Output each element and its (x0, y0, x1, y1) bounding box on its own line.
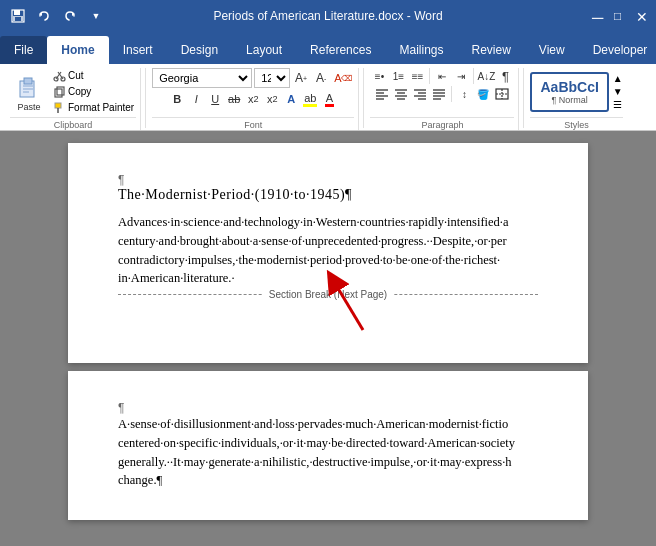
cut-button[interactable]: Cut (51, 68, 136, 83)
font-name-select[interactable]: Georgia (152, 68, 252, 88)
shading-button[interactable]: 🪣 (474, 86, 492, 102)
close-button[interactable]: ✕ (636, 10, 648, 22)
styles-scroll-down[interactable]: ▼ (613, 86, 623, 97)
redo-icon[interactable] (60, 6, 80, 26)
paste-button[interactable]: Paste (10, 70, 48, 114)
font-size-select[interactable]: 12 (254, 68, 290, 88)
tab-bar: File Home Insert Design Layout Reference… (0, 32, 656, 64)
page-1: ¶ The·Modernist·Period·(1910·to·1945)¶ A… (68, 143, 588, 363)
paragraph-label: Paragraph (370, 117, 514, 130)
show-formatting-button[interactable]: ¶ (496, 68, 514, 84)
tab-file[interactable]: File (0, 36, 47, 64)
svg-rect-8 (23, 85, 33, 87)
subscript-button[interactable]: x2 (244, 90, 262, 108)
font-content: Georgia 12 A+ A- A⌫ B I U ab x2 x2 A (152, 68, 354, 115)
font-row2: B I U ab x2 x2 A ab A (168, 90, 338, 108)
divider-2 (363, 68, 364, 128)
maximize-button[interactable]: □ (614, 10, 626, 22)
align-right-icon (413, 88, 427, 100)
font-shrink-button[interactable]: A- (312, 69, 330, 87)
tab-mailings[interactable]: Mailings (385, 36, 457, 64)
svg-rect-16 (57, 87, 64, 95)
section-break: Section Break (Next Page) (118, 294, 538, 309)
align-center-icon (394, 88, 408, 100)
save-icon[interactable] (8, 6, 28, 26)
tab-insert[interactable]: Insert (109, 36, 167, 64)
format-painter-button[interactable]: Format Painter (51, 100, 136, 115)
paragraph-group: ≡• 1≡ ≡≡ ⇤ ⇥ A↓Z ¶ (366, 68, 519, 130)
normal-style-button[interactable]: AaBbCcI ¶ Normal (536, 77, 602, 107)
page2-pilcrow: ¶ (118, 401, 538, 415)
tab-references[interactable]: References (296, 36, 385, 64)
numbering-button[interactable]: 1≡ (389, 68, 407, 84)
superscript-button[interactable]: x2 (263, 90, 281, 108)
scissors-icon (53, 69, 66, 82)
svg-rect-15 (55, 89, 62, 97)
multilevel-list-button[interactable]: ≡≡ (408, 68, 426, 84)
borders-button[interactable] (493, 86, 511, 102)
align-left-button[interactable] (373, 86, 391, 102)
copy-icon (53, 85, 66, 98)
title-bar: ▼ Periods of American Literature.docx - … (0, 0, 656, 32)
tab-review[interactable]: Review (457, 36, 524, 64)
font-grow-button[interactable]: A+ (292, 69, 310, 87)
divider-1 (145, 68, 146, 128)
document-area[interactable]: ¶ The·Modernist·Period·(1910·to·1945)¶ A… (0, 131, 656, 546)
page1-body[interactable]: Advances·in·science·and·technology·in·We… (118, 213, 538, 288)
align-right-button[interactable] (411, 86, 429, 102)
customize-qat-icon[interactable]: ▼ (86, 6, 106, 26)
cut-label: Cut (68, 70, 84, 81)
bullets-button[interactable]: ≡• (370, 68, 388, 84)
justify-button[interactable] (430, 86, 448, 102)
page2-body[interactable]: A·sense·of·disillusionment·and·loss·perv… (118, 415, 538, 490)
clipboard-group: Paste Cut (6, 68, 141, 130)
styles-label: Styles (530, 117, 622, 130)
font-label: Font (152, 117, 354, 130)
para-row1: ≡• 1≡ ≡≡ ⇤ ⇥ A↓Z ¶ (370, 68, 514, 84)
italic-button[interactable]: I (187, 90, 205, 108)
styles-scroll-up[interactable]: ▲ (613, 73, 623, 84)
title-bar-left: ▼ (8, 6, 106, 26)
tab-design[interactable]: Design (167, 36, 232, 64)
copy-button[interactable]: Copy (51, 84, 136, 99)
strikethrough-button[interactable]: ab (225, 90, 243, 108)
para-divider2 (473, 68, 474, 84)
svg-rect-1 (14, 10, 20, 15)
clear-formatting-button[interactable]: A⌫ (332, 69, 354, 87)
font-color-indicator: A (325, 92, 334, 107)
svg-rect-7 (24, 78, 32, 84)
svg-rect-17 (55, 103, 61, 108)
decrease-indent-button[interactable]: ⇤ (433, 68, 451, 84)
justify-icon (432, 88, 446, 100)
window-controls: ─ □ ✕ (592, 10, 648, 22)
tab-layout[interactable]: Layout (232, 36, 296, 64)
clipboard-sub-buttons: Cut Copy Format Pain (51, 68, 136, 115)
sort-button[interactable]: A↓Z (477, 68, 495, 84)
underline-button[interactable]: U (206, 90, 224, 108)
para-content: ≡• 1≡ ≡≡ ⇤ ⇥ A↓Z ¶ (370, 68, 514, 115)
svg-rect-10 (23, 91, 29, 93)
tab-view[interactable]: View (525, 36, 579, 64)
font-color-button[interactable]: A (320, 90, 338, 108)
window-title: Periods of American Literature.docx - Wo… (213, 9, 442, 23)
svg-rect-9 (23, 88, 33, 90)
text-highlight-button[interactable]: ab (301, 90, 319, 108)
styles-group: AaBbCcI ¶ Normal ▲ ▼ ☰ Styles (526, 68, 626, 130)
page1-pilcrow: ¶ (118, 173, 538, 187)
align-center-button[interactable] (392, 86, 410, 102)
minimize-button[interactable]: ─ (592, 10, 604, 22)
tab-home[interactable]: Home (47, 36, 108, 64)
bold-button[interactable]: B (168, 90, 186, 108)
para-row2: ↕ 🪣 (373, 86, 511, 102)
styles-expand[interactable]: ☰ (613, 99, 623, 110)
undo-icon[interactable] (34, 6, 54, 26)
page-2: ¶ A·sense·of·disillusionment·and·loss·pe… (68, 371, 588, 520)
tab-developer[interactable]: Developer (579, 36, 656, 64)
styles-box: AaBbCcI ¶ Normal (530, 72, 608, 112)
clipboard-label: Clipboard (10, 117, 136, 130)
highlight-indicator: ab (303, 92, 317, 107)
page1-heading[interactable]: The·Modernist·Period·(1910·to·1945)¶ (118, 187, 538, 203)
text-effects-button[interactable]: A (282, 90, 300, 108)
increase-indent-button[interactable]: ⇥ (452, 68, 470, 84)
line-spacing-button[interactable]: ↕ (455, 86, 473, 102)
